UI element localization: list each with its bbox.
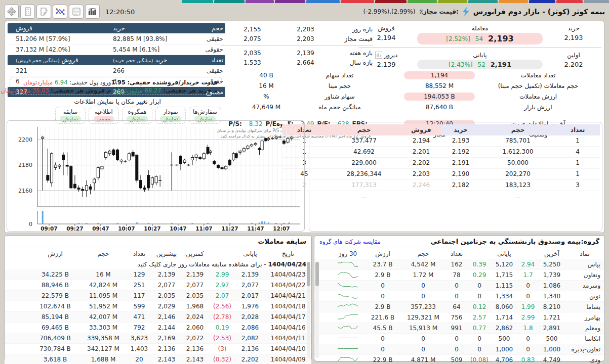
group-symbol[interactable]: بپاس <box>565 261 604 268</box>
orderbook-sell-cell[interactable]: 337,477 <box>327 135 401 147</box>
group-close: 1,715 <box>491 271 517 279</box>
history-row[interactable]: 1404/04/222,0772.972,0772,07725142,824 M… <box>5 280 311 291</box>
orderbook-sell-cell[interactable]: 2,194 <box>401 135 441 147</box>
close-label: پایانی <box>414 50 546 59</box>
history-cell: 1404/04/23 <box>265 271 311 278</box>
range-label: بازه هفته <box>332 50 373 57</box>
buy-price: 2,193 <box>546 33 601 44</box>
tool-chip-name: سابقه <box>59 108 82 115</box>
orderbook-buy-cell[interactable]: 3 <box>555 180 600 191</box>
group-row[interactable]: ودی4,7490.834,706(0.08)5094.871 M22.9 B <box>314 355 604 364</box>
history-row[interactable]: 1404/04/212,0172.072,0352,03511711,095 M… <box>5 291 311 301</box>
history-today-link[interactable]: 1404/04/24 - برای مشاهده سابقه معاملات ر… <box>5 259 311 269</box>
history-row[interactable]: 1404/04/112,082(2.53)2,0722,1693,623339,… <box>5 333 311 344</box>
orderbook-buy-cell[interactable]: 4 <box>555 147 600 158</box>
symbol-overview-panel: خرید معامله فروش 2,193 [2.52%] 54 2,193 … <box>4 21 605 233</box>
history-scrollbar[interactable] <box>307 262 310 358</box>
move-button[interactable] <box>4 5 19 19</box>
orderbook-buy-cell[interactable]: 50,000 <box>480 158 555 169</box>
order-form-icon <box>72 7 81 16</box>
history-row[interactable]: 1404/04/092,202(0.32)2,1432,143201,688 M… <box>5 354 311 364</box>
history-row[interactable]: 1404/04/102,136(3)2,1362,1361,403342,127… <box>5 344 311 354</box>
compare-group-link[interactable]: مقایسه شرکت های گروه <box>319 236 381 248</box>
market-stats-left: تعداد سهام40 Bحجم مبنا16 Mسهام شناور%میا… <box>221 70 373 112</box>
history-header: تاریخ <box>265 250 311 257</box>
group-count: 0 <box>445 293 468 300</box>
orderbook-buy-cell[interactable]: 1 <box>555 158 600 169</box>
mini-chart-icon[interactable] <box>375 52 382 59</box>
orderbook-buy-cell[interactable]: 2,192 <box>441 147 480 158</box>
history-cell: 2,139 <box>181 271 209 278</box>
group-row[interactable]: وتعاون1,7391.71,7150.29781.72 M2.9 B <box>314 270 604 281</box>
range-low: 2,075 <box>226 35 279 42</box>
group-row[interactable]: تعاون-پذیره1,00001,0000000 <box>314 344 604 355</box>
group-close: 8,060 <box>491 303 517 310</box>
history-row[interactable]: 1404/04/181,976(2.56)1,9682,02959951,952… <box>5 301 311 312</box>
group-value: 2.9 B <box>364 303 401 310</box>
stat-value: 1,194 <box>404 71 475 79</box>
history-cell: 117 <box>126 292 152 299</box>
group-symbol[interactable]: نوین <box>565 293 604 300</box>
group-symbol[interactable]: بساما <box>565 303 604 310</box>
order-form-button[interactable] <box>69 5 84 19</box>
orderbook-more: ... <box>480 191 555 202</box>
orderbook-buy-cell[interactable]: 2,182 <box>441 180 480 191</box>
note-button[interactable] <box>36 5 51 19</box>
technical-analysis-button[interactable] <box>53 5 67 19</box>
group-symbol[interactable]: وتعاون <box>565 271 604 279</box>
group-row[interactable]: بساما8,2101.998,0600.1264357,2332.9 B <box>314 302 604 312</box>
group-row[interactable]: وسرمد1,08601,1150000 <box>314 281 604 291</box>
group-symbol[interactable]: ومعلم <box>565 325 604 332</box>
history-cell: 2,028 <box>235 313 265 321</box>
history-row[interactable]: 1404/04/172,028(2.78)2,0242,14647142,007… <box>5 312 311 323</box>
orderbook-sell-cell[interactable]: 2,246 <box>401 180 441 191</box>
group-last-pct: 0 <box>517 335 539 342</box>
orderbook-buy-cell[interactable]: 2,190 <box>441 169 480 180</box>
intraday-candlestick-chart[interactable]: 216021802200009:0709:2709:4710:0710:2710… <box>7 120 305 232</box>
orderbook-sell-cell[interactable]: 2,202 <box>401 158 441 169</box>
group-symbol[interactable]: ودی <box>565 356 604 363</box>
group-symbol[interactable]: بهامرز <box>565 314 604 321</box>
group-close-pct: 2.57 <box>468 314 491 321</box>
orderbook-buy-cell[interactable]: 202,270 <box>480 169 555 180</box>
history-cell: 22,579 B <box>30 292 80 299</box>
history-cell: 730,784 B <box>30 345 80 352</box>
group-volume: 0 <box>401 335 445 342</box>
orderbook-sell-cell[interactable]: 2,201 <box>401 147 441 158</box>
orderbook-sell-cell[interactable]: 42,692 <box>327 147 401 158</box>
group-last-pct: 1.8 <box>517 325 539 332</box>
group-row[interactable]: بهامرز1,7212.991,7142.57756129,321 M221.… <box>314 312 604 323</box>
calculator-button[interactable] <box>20 5 35 19</box>
group-row[interactable]: بپاس5,2502.945,1200.391624,542 M23.7 B <box>314 259 604 270</box>
group-sparkline <box>331 344 364 354</box>
history-row[interactable]: 1404/04/232,1392.992,1392,13912916 M34,2… <box>5 269 311 280</box>
orderbook-sell-cell[interactable]: 177,313 <box>327 180 401 191</box>
orderbook-sell-cell[interactable]: 28,236,344 <box>327 169 401 180</box>
orderbook-sell-cell[interactable]: 229,000 <box>327 158 401 169</box>
orderbook-buy-cell[interactable]: 183,123 <box>480 180 555 191</box>
orderbook-buy-cell[interactable]: 2,191 <box>441 158 480 169</box>
orderbook-buy-cell[interactable]: 785,701 <box>480 135 555 147</box>
group-symbol[interactable]: وسرمد <box>565 282 604 289</box>
history-today-text: - برای مشاهده سابقه معاملات روز جاری کلی… <box>137 261 268 268</box>
group-symbol[interactable]: اتکاسا <box>565 335 604 342</box>
group-row[interactable]: اتکاسا50005000000 <box>314 334 604 344</box>
real-sell-volume: 51,206 M [57.9%] <box>9 35 89 42</box>
orderbook-buy-cell[interactable]: 1 <box>555 169 600 180</box>
stat-value: 47,649 M <box>226 103 307 111</box>
orderbook-buy-cell[interactable]: 2,193 <box>441 135 480 147</box>
group-volume: 4.871 M <box>401 356 445 363</box>
group-symbol[interactable]: تعاون-پذیره <box>565 346 604 353</box>
group-close-pct: 0.77 <box>468 325 491 332</box>
group-count: 162 <box>445 261 468 268</box>
group-row[interactable]: نوین1,34001,3340000 <box>314 291 604 302</box>
history-cell: 88,946 B <box>30 282 80 289</box>
orderbook-sell-cell[interactable]: 2,203 <box>401 169 441 180</box>
volume-chart-button[interactable] <box>85 5 100 19</box>
history-row[interactable]: 1404/04/162,0860.192,0602,14479233,303 M… <box>5 323 311 333</box>
group-scrollbar[interactable] <box>315 262 319 358</box>
orderbook-buy-cell[interactable]: 1,612,300 <box>480 147 555 158</box>
orderbook-buy-cell[interactable]: 1 <box>555 135 600 147</box>
group-row[interactable]: ومعلم2,8911.82,8620.7799115,913 M45.5 B <box>314 323 604 334</box>
history-header: بیشترین <box>152 250 181 257</box>
